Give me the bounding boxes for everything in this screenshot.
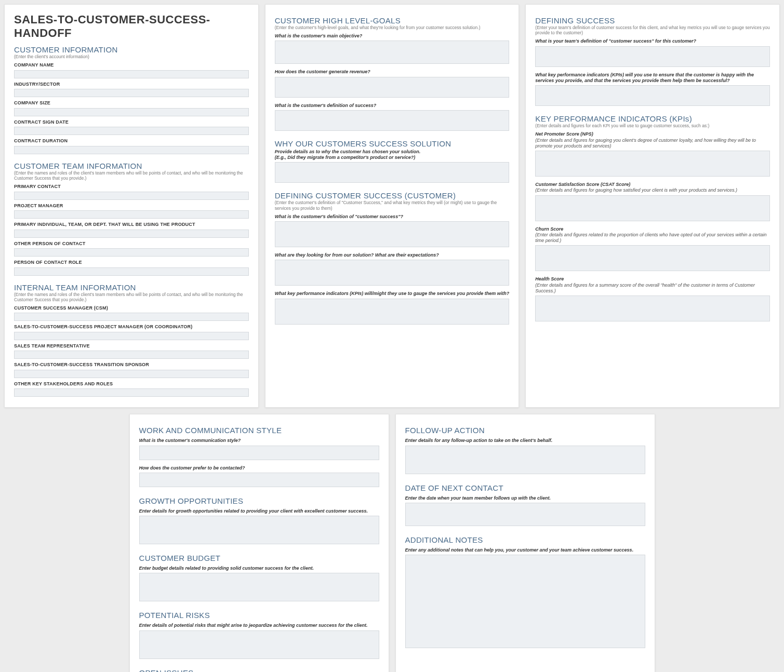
input-growth[interactable] (139, 516, 379, 544)
prompt-risks: Enter details of potential risks that mi… (139, 623, 379, 628)
kpi-nps-desc: (Enter details and figures for gauging y… (535, 138, 770, 150)
kpi-churn-title: Churn Score (535, 226, 770, 232)
input-sales-rep[interactable] (14, 351, 249, 359)
input-transition-sponsor[interactable] (14, 370, 249, 378)
input-contact-pref[interactable] (139, 473, 379, 487)
label-industry-sector: INDUSTRY/SECTOR (14, 82, 249, 87)
prompt-revenue: How does the customer generate revenue? (275, 69, 510, 75)
label-primary-contact: PRIMARY CONTACT (14, 184, 249, 189)
prompt-next-contact: Enter the date when your team member fol… (405, 495, 645, 501)
input-risks[interactable] (139, 630, 379, 659)
input-customer-kpis[interactable] (275, 299, 510, 325)
heading-why-solution: WHY OUR CUSTOMERS SUCCESS SOLUTION (275, 139, 510, 148)
input-comm-style[interactable] (139, 446, 379, 460)
input-company-name[interactable] (14, 70, 249, 78)
input-expectations[interactable] (275, 260, 510, 286)
prompt-notes: Enter any additional notes that can help… (405, 547, 645, 553)
input-contact-role[interactable] (14, 267, 249, 276)
label-contact-role: PERSON OF CONTACT ROLE (14, 260, 249, 265)
prompt-def-success: What is the customer's definition of suc… (275, 103, 510, 109)
heading-defining-success: DEFINING SUCCESS (535, 16, 770, 25)
kpi-csat-title: Customer Satisfaction Score (CSAT Score) (535, 182, 770, 187)
heading-risks: POTENTIAL RISKS (139, 611, 379, 620)
heading-work-comm: WORK AND COMMUNICATION STYLE (139, 426, 379, 435)
doc-title: SALES-TO-CUSTOMER-SUCCESS-HANDOFF (14, 13, 249, 40)
sub-customer-information: (Enter the client's account information) (14, 54, 249, 59)
input-team-kpis[interactable] (535, 85, 770, 106)
prompt-comm-style: What is the customer's communication sty… (139, 438, 379, 443)
input-company-size[interactable] (14, 108, 249, 116)
label-contract-sign-date: CONTRACT SIGN DATE (14, 119, 249, 125)
card-work-style: WORK AND COMMUNICATION STYLE What is the… (129, 414, 389, 672)
input-followup[interactable] (405, 446, 645, 474)
input-team-definition[interactable] (535, 46, 770, 67)
card-defining-success: DEFINING SUCCESS (Enter your team's defi… (525, 4, 780, 408)
card-customer-info: SALES-TO-CUSTOMER-SUCCESS-HANDOFF CUSTOM… (4, 4, 259, 408)
label-project-manager: PROJECT MANAGER (14, 203, 249, 208)
card-customer-goals: CUSTOMER HIGH LEVEL-GOALS (Enter the cus… (265, 4, 520, 408)
heading-internal-team: INTERNAL TEAM INFORMATION (14, 283, 249, 292)
heading-open-issues: OPEN ISSUES (139, 668, 379, 672)
input-csm[interactable] (14, 313, 249, 321)
heading-next-contact: DATE OF NEXT CONTACT (405, 483, 645, 492)
label-other-contact: OTHER PERSON OF CONTACT (14, 241, 249, 246)
input-other-contact[interactable] (14, 248, 249, 257)
input-notes[interactable] (405, 555, 645, 648)
label-contract-duration: CONTRACT DURATION (14, 138, 249, 143)
heading-customer-team: CUSTOMER TEAM INFORMATION (14, 162, 249, 170)
input-cs-definition[interactable] (275, 221, 510, 247)
input-nps[interactable] (535, 151, 770, 177)
prompt-team-definition: What is your team's definition of "custo… (535, 38, 770, 44)
sub-high-level-goals: (Enter the customer's high-level goals, … (275, 25, 510, 30)
heading-defining-cs-customer: DEFINING CUSTOMER SUCCESS (CUSTOMER) (275, 191, 510, 200)
label-transition-sponsor: SALES-TO-CUSTOMER-SUCCESS TRANSITION SPO… (14, 362, 249, 367)
kpi-nps-title: Net Promoter Score (NPS) (535, 131, 770, 137)
kpi-csat-desc: (Enter details and figures for gauging h… (535, 187, 770, 193)
input-next-contact[interactable] (405, 503, 645, 526)
heading-notes: ADDITIONAL NOTES (405, 535, 645, 544)
input-project-manager[interactable] (14, 210, 249, 219)
input-csat[interactable] (535, 195, 770, 221)
prompt-why-solution: Provide details as to why the customer h… (275, 149, 510, 161)
prompt-growth: Enter details for growth opportunities r… (139, 508, 379, 514)
sub-kpis: (Enter details and figures for each KPI … (535, 123, 770, 128)
sub-customer-team: (Enter the names and roles of the client… (14, 170, 249, 181)
sub-defining-success: (Enter your team's definition of custome… (535, 25, 770, 35)
input-why-solution[interactable] (275, 162, 510, 183)
kpi-health-title: Health Score (535, 276, 770, 282)
prompt-budget: Enter budget details related to providin… (139, 566, 379, 571)
prompt-contact-pref: How does the customer prefer to be conta… (139, 465, 379, 471)
input-contract-sign-date[interactable] (14, 127, 249, 135)
prompt-followup: Enter details for any follow-up action t… (405, 438, 645, 443)
input-other-stakeholders[interactable] (14, 388, 249, 397)
input-def-success[interactable] (275, 110, 510, 131)
heading-growth: GROWTH OPPORTUNITIES (139, 496, 379, 505)
heading-budget: CUSTOMER BUDGET (139, 554, 379, 562)
prompt-team-kpis: What key performance indicators (KPIs) w… (535, 72, 770, 84)
input-pm-coordinator[interactable] (14, 332, 249, 340)
label-pm-coordinator: SALES-TO-CUSTOMER-SUCCESS PROJECT MANAGE… (14, 324, 249, 329)
input-budget[interactable] (139, 573, 379, 601)
card-followup: FOLLOW-UP ACTION Enter details for any f… (395, 414, 655, 672)
sub-internal-team: (Enter the names and roles of the client… (14, 292, 249, 302)
input-contract-duration[interactable] (14, 146, 249, 154)
heading-kpis: KEY PERFORMANCE INDICATORS (KPIs) (535, 114, 770, 123)
label-csm: CUSTOMER SUCCESS MANAGER (CSM) (14, 305, 249, 311)
label-company-name: COMPANY NAME (14, 62, 249, 68)
label-company-size: COMPANY SIZE (14, 100, 249, 105)
input-main-objective[interactable] (275, 41, 510, 64)
label-other-stakeholders: OTHER KEY STAKEHOLDERS AND ROLES (14, 381, 249, 386)
input-industry-sector[interactable] (14, 89, 249, 97)
label-sales-rep: SALES TEAM REPRESENTATIVE (14, 343, 249, 348)
prompt-cs-definition: What is the customer's definition of "cu… (275, 214, 510, 220)
label-primary-user: PRIMARY INDIVIDUAL, TEAM, OR DEPT. THAT … (14, 222, 249, 227)
kpi-churn-desc: (Enter details and figures related to th… (535, 232, 770, 244)
kpi-health-desc: (Enter details and figures for a summary… (535, 283, 770, 294)
prompt-customer-kpis: What key performance indicators (KPIs) w… (275, 291, 510, 297)
input-revenue[interactable] (275, 77, 510, 98)
input-churn[interactable] (535, 245, 770, 271)
input-primary-contact[interactable] (14, 192, 249, 200)
prompt-expectations: What are they looking for from our solut… (275, 252, 510, 258)
input-primary-user[interactable] (14, 230, 249, 238)
input-health[interactable] (535, 295, 770, 321)
